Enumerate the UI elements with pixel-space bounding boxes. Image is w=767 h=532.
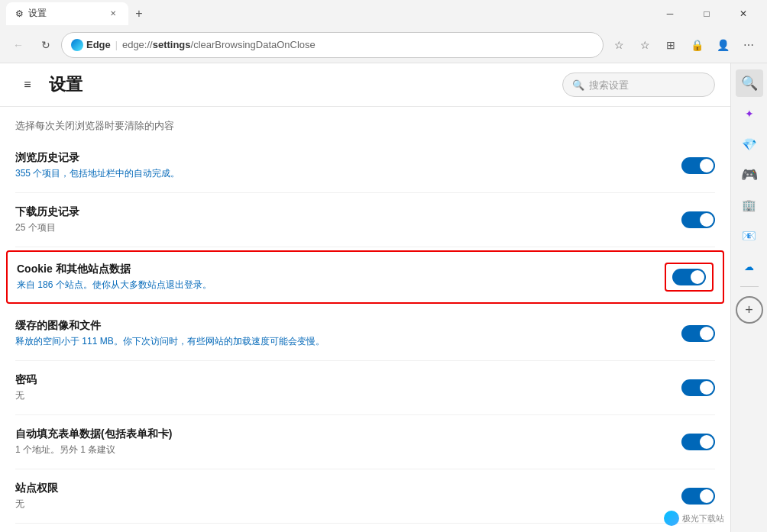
setting-info: 浏览历史记录 355 个项目，包括地址栏中的自动完成。 [15,151,681,180]
toggle-switch[interactable] [681,379,715,396]
toggle-switch[interactable] [681,488,715,505]
setting-info: 缓存的图像和文件 释放的空间小于 111 MB。你下次访问时，有些网站的加载速度… [15,319,681,348]
toggle-knob [700,381,714,395]
setting-name: 缓存的图像和文件 [15,319,681,333]
toggle-track [681,379,715,396]
maximize-button[interactable]: □ [689,2,724,26]
more-menu-button[interactable]: ⋯ [736,33,761,57]
toggle-track [681,488,715,505]
favorites-button[interactable]: ☆ [633,33,657,57]
lock-icon: 🔒 [684,33,709,57]
setting-name: 下载历史记录 [15,205,681,219]
list-item: 自动填充表单数据(包括表单和卡) 1 个地址。另外 1 条建议 [15,415,715,469]
toggle-knob [700,435,714,449]
toggle-knob [700,159,714,172]
sidebar-office-icon[interactable]: 🏢 [736,192,763,219]
setting-desc: 来自 186 个站点。使你从大多数站点退出登录。 [17,279,665,292]
settings-page: ≡ 设置 🔍 选择每次关闭浏览器时要清除的内容 浏览历史记录 355 个项目，包… [0,63,730,532]
toggle-track [681,434,715,450]
sidebar-add-button[interactable]: + [736,296,763,324]
setting-name: 站点权限 [15,482,681,495]
toggle-switch[interactable] [672,269,706,285]
settings-header: ≡ 设置 🔍 [0,63,730,107]
toggle-knob [691,270,704,284]
setting-info: 站点权限 无 [15,482,681,511]
window-controls: ─ □ ✕ [652,2,761,26]
section-heading: 选择每次关闭浏览器时要清除的内容 [15,107,715,139]
collections-button[interactable]: ⊞ [659,33,683,57]
hamburger-button[interactable]: ≡ [15,73,40,97]
toolbar-icons: ☆ ☆ ⊞ 🔒 👤 ⋯ [607,33,761,57]
new-tab-button[interactable]: + [128,3,150,24]
toggle-knob [700,327,714,340]
toggle-track [681,211,715,228]
right-sidebar: 🔍 ✦ 💎 🎮 🏢 📧 ☁ + [730,63,767,532]
settings-content: 选择每次关闭浏览器时要清除的内容 浏览历史记录 355 个项目，包括地址栏中的自… [0,107,730,532]
refresh-button[interactable]: ↻ [34,33,58,57]
tab-gear-icon: ⚙ [15,8,24,19]
sidebar-onedrive-icon[interactable]: ☁ [736,253,763,280]
toggle-track [681,325,715,342]
toggle-track [672,269,706,285]
watermark-logo [664,511,679,526]
sidebar-divider [740,286,759,287]
titlebar: ⚙ 设置 ✕ + ─ □ ✕ [0,0,767,27]
search-icon: 🔍 [572,79,584,91]
list-item: 站点权限 无 [15,469,715,524]
page-title: 设置 [49,73,83,96]
sidebar-shopping-icon[interactable]: 💎 [736,131,763,158]
setting-desc: 25 个项目 [15,221,681,234]
setting-info: 自动填充表单数据(包括表单和卡) 1 个地址。另外 1 条建议 [15,427,681,456]
watermark: 极光下载站 [664,511,724,526]
read-aloud-button[interactable]: ☆ [607,33,631,57]
list-item: 缓存的图像和文件 释放的空间小于 111 MB。你下次访问时，有些网站的加载速度… [15,307,715,361]
setting-name: 浏览历史记录 [15,151,681,165]
setting-info: 下载历史记录 25 个项目 [15,205,681,234]
brand-label: Edge [71,39,111,51]
toggle-switch[interactable] [681,211,715,228]
list-item: 浏览历史记录 355 个项目，包括地址栏中的自动完成。 [15,139,715,193]
toggle-knob [700,213,714,227]
edge-logo-icon [71,39,83,51]
toggle-highlighted-wrapper [665,263,714,292]
tab-close-button[interactable]: ✕ [107,8,119,20]
setting-desc: 355 个项目，包括地址栏中的自动完成。 [15,167,681,180]
setting-desc: 释放的空间小于 111 MB。你下次访问时，有些网站的加载速度可能会变慢。 [15,335,681,348]
cookie-setting-item: Cookie 和其他站点数据 来自 186 个站点。使你从大多数站点退出登录。 [6,250,724,304]
addressbar: ← ↻ Edge | edge://settings/clearBrowsing… [0,27,767,63]
search-input[interactable] [589,79,704,91]
setting-info: 密码 无 [15,373,681,402]
list-item: 下载历史记录 25 个项目 [15,193,715,247]
settings-tab[interactable]: ⚙ 设置 ✕ [6,2,128,25]
sidebar-bing-icon[interactable]: ✦ [736,100,763,127]
profile-button[interactable]: 👤 [710,33,735,57]
toggle-knob [700,489,714,503]
minimize-button[interactable]: ─ [652,2,688,26]
setting-desc: 无 [15,389,681,402]
close-window-button[interactable]: ✕ [726,2,761,26]
toggle-switch[interactable] [681,157,715,174]
address-url: edge://settings/clearBrowsingDataOnClose [122,39,594,50]
toggle-switch[interactable] [681,434,715,450]
address-separator: | [115,40,118,50]
setting-name: 密码 [15,373,681,387]
toggle-switch[interactable] [681,325,715,342]
brand-name: Edge [86,39,111,50]
setting-name: 自动填充表单数据(包括表单和卡) [15,427,681,441]
main-layout: ≡ 设置 🔍 选择每次关闭浏览器时要清除的内容 浏览历史记录 355 个项目，包… [0,63,767,532]
back-button[interactable]: ← [6,33,31,57]
sidebar-outlook-icon[interactable]: 📧 [736,222,763,250]
setting-desc: 无 [15,498,681,511]
setting-info: Cookie 和其他站点数据 来自 186 个站点。使你从大多数站点退出登录。 [17,263,665,292]
list-item: 密码 无 [15,361,715,415]
tab-label: 设置 [28,7,47,20]
sidebar-games-icon[interactable]: 🎮 [736,161,763,189]
watermark-text: 极光下载站 [682,513,724,524]
sidebar-search-icon[interactable]: 🔍 [736,69,763,97]
setting-desc: 1 个地址。另外 1 条建议 [15,443,681,456]
setting-name: Cookie 和其他站点数据 [17,263,665,276]
address-box[interactable]: Edge | edge://settings/clearBrowsingData… [61,32,604,58]
toggle-track [681,157,715,174]
search-box[interactable]: 🔍 [562,73,715,97]
